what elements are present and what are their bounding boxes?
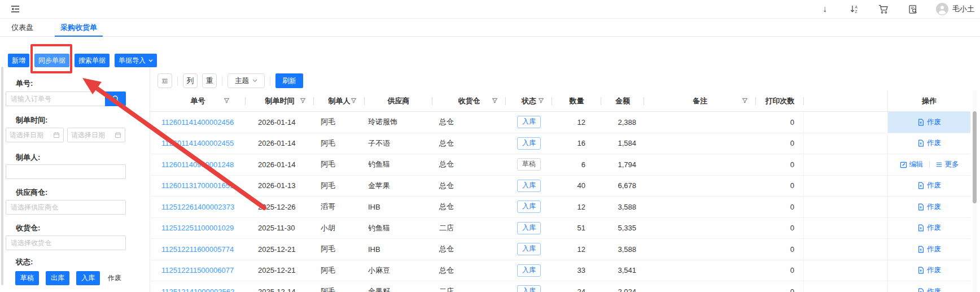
search-documents-button[interactable]: 搜索单据 xyxy=(75,54,110,67)
cell-qty: 12 xyxy=(552,197,601,217)
order-no-link[interactable]: 112601131700001651 xyxy=(161,181,234,190)
col-header-print_count: 打印次数 xyxy=(756,90,804,111)
user-menu[interactable]: 毛小土 xyxy=(936,3,974,15)
refresh-button[interactable]: 刷新 xyxy=(275,73,303,88)
order-no-link[interactable]: 112512211600005774 xyxy=(161,245,234,254)
cell-print_count: 0 xyxy=(756,112,804,133)
col-header-creator[interactable]: 制单人 xyxy=(314,90,365,111)
status-filter-options: 草稿出库入库作废 xyxy=(15,271,123,285)
cell-qty: 51 xyxy=(552,218,601,239)
void-action-link[interactable]: 作废 xyxy=(917,202,941,212)
col-header-remark[interactable]: 备注 xyxy=(644,90,756,111)
sync-documents-button[interactable]: 同步单据 xyxy=(34,54,69,67)
status-filter-option[interactable]: 草稿 xyxy=(15,271,39,285)
order-no-link[interactable]: 112512141000002562 xyxy=(161,287,234,292)
filter-panel-scrollbar[interactable] xyxy=(1,67,3,285)
status-badge: 入库 xyxy=(517,116,541,128)
void-action-link[interactable]: 作废 xyxy=(917,287,941,292)
filter-funnel-icon[interactable] xyxy=(742,97,748,106)
supplier-wh-input[interactable] xyxy=(6,200,126,215)
status-badge: 入库 xyxy=(517,180,541,192)
creator-input[interactable] xyxy=(6,164,126,179)
col-header-label: 制单人 xyxy=(329,96,351,106)
cell-warehouse: 二店 xyxy=(432,281,506,292)
status-badge: 草稿 xyxy=(517,158,541,171)
theme-select[interactable]: 主题 xyxy=(228,73,265,88)
void-action-link[interactable]: 作废 xyxy=(917,138,941,148)
date-start-picker[interactable]: 请选择日期 xyxy=(6,128,64,142)
cart-icon[interactable] xyxy=(877,3,890,15)
cell-warehouse: 二店 xyxy=(432,218,506,239)
cell-order_no: 112512251100001029 xyxy=(150,218,246,239)
cell-spacer xyxy=(804,218,887,239)
order-no-search xyxy=(6,91,126,106)
filter-funnel-icon[interactable] xyxy=(492,97,498,106)
col-header-status[interactable]: 状态 xyxy=(506,90,552,111)
table-scrollbar-thumb[interactable] xyxy=(973,111,977,203)
status-label: 状态: xyxy=(16,257,33,267)
cell-qty: 12 xyxy=(552,239,601,260)
calendar-icon xyxy=(53,132,60,138)
document-search-icon[interactable] xyxy=(907,3,919,15)
filter-funnel-icon[interactable] xyxy=(300,97,306,106)
menu-fold-icon[interactable] xyxy=(10,5,20,14)
cell-amount: 5,335 xyxy=(601,218,644,239)
filter-funnel-icon[interactable] xyxy=(351,97,357,106)
import-documents-button[interactable]: 单据导入 xyxy=(115,54,157,67)
status-filter-option[interactable]: 入库 xyxy=(76,271,100,285)
cell-amount: 3,588 xyxy=(601,239,644,260)
order-no-link[interactable]: 112601141400002456 xyxy=(161,118,234,127)
void-action-link[interactable]: 作废 xyxy=(917,117,941,127)
order-no-input[interactable] xyxy=(6,91,105,106)
col-header-create_time[interactable]: 制单时间 xyxy=(246,90,314,111)
cell-amount: 1,794 xyxy=(601,154,644,175)
cell-actions: 作废 xyxy=(887,176,970,197)
reset-button[interactable]: 重 xyxy=(202,73,217,88)
tab-dashboard[interactable]: 仪表盘 xyxy=(11,19,33,37)
col-header-warehouse[interactable]: 收货仓 xyxy=(432,90,506,111)
table-collapse-icon[interactable] xyxy=(158,73,172,88)
tab-purchase-receipt[interactable]: 采购收货单 xyxy=(60,19,97,37)
col-header-label: 状态 xyxy=(522,96,536,106)
cell-remark xyxy=(644,197,756,217)
void-action-link[interactable]: 作废 xyxy=(917,223,941,233)
order-no-link[interactable]: 112512211500006077 xyxy=(161,266,234,274)
filter-funnel-icon[interactable] xyxy=(538,97,544,106)
cell-warehouse: 总仓 xyxy=(432,112,506,133)
void-action-link[interactable]: 作废 xyxy=(917,265,941,275)
cell-spacer xyxy=(804,112,887,133)
void-doc-icon xyxy=(917,288,925,292)
table-body: 1126011414000024562026-01-14阿毛玲诺服饰总仓入库12… xyxy=(150,112,970,292)
more-action-link[interactable]: 更多 xyxy=(935,160,959,169)
status-filter-option[interactable]: 出库 xyxy=(46,271,69,285)
order-no-link[interactable]: 112601140900001248 xyxy=(161,160,234,169)
filter-funnel-icon[interactable] xyxy=(224,97,230,106)
cell-create_time: 2025-12-14 xyxy=(246,281,314,292)
status-filter-option[interactable]: 作废 xyxy=(107,271,123,285)
download-icon[interactable]: ↓ xyxy=(819,3,831,15)
cell-actions: 作废 xyxy=(887,260,970,281)
cell-creator: 阿毛 xyxy=(314,133,365,154)
search-button[interactable] xyxy=(105,91,126,106)
receive-wh-input[interactable] xyxy=(6,236,126,250)
chevron-down-icon xyxy=(252,79,257,82)
status-badge: 入库 xyxy=(517,264,541,277)
cell-spacer xyxy=(804,197,887,217)
void-action-link[interactable]: 作废 xyxy=(917,245,941,254)
toolbar-divider xyxy=(177,76,178,85)
table-header-row: 单号 制单时间 制单人 供应商收货仓 状态 数量金额备注 打印次数操作 xyxy=(150,90,970,112)
date-end-picker[interactable]: 请选择日期 xyxy=(67,128,125,142)
columns-button[interactable]: 列 xyxy=(183,73,198,88)
sort-az-icon[interactable]: AZ xyxy=(848,3,860,15)
void-doc-icon xyxy=(917,203,925,211)
order-no-link[interactable]: 112512261400002373 xyxy=(161,203,234,211)
date-end-placeholder: 请选择日期 xyxy=(71,130,112,140)
edit-action-link[interactable]: 编辑 xyxy=(900,160,924,169)
void-action-link[interactable]: 作废 xyxy=(917,181,941,190)
order-no-link[interactable]: 112601141400002455 xyxy=(161,139,234,147)
cell-supplier: 玲诺服饰 xyxy=(365,112,432,133)
order-no-link[interactable]: 112512251100001029 xyxy=(161,224,234,232)
col-header-order_no[interactable]: 单号 xyxy=(150,90,246,111)
table-region: 列 重 主题 刷新 单号 制单时间 制单人 供应商收货仓 状态 数量金额备注 打… xyxy=(150,68,980,292)
new-button[interactable]: 新增 xyxy=(8,54,29,67)
